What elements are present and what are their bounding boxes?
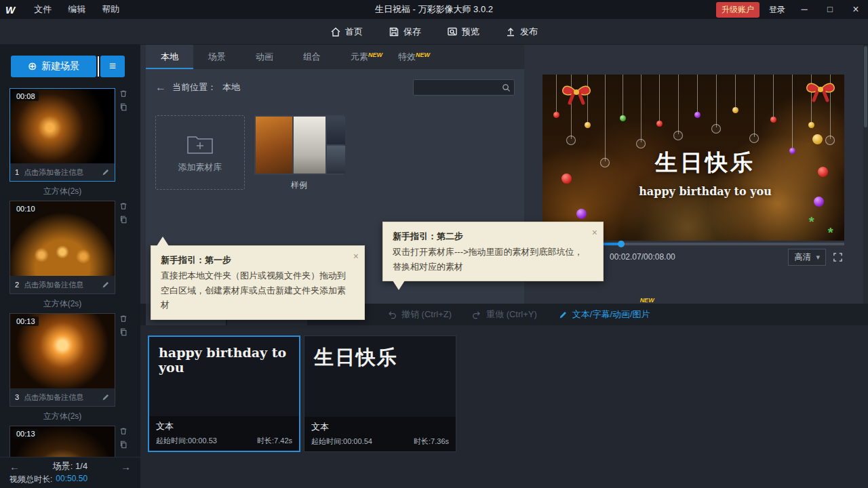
sample-folder[interactable]: 样例: [254, 115, 344, 191]
seek-handle[interactable]: [618, 241, 625, 247]
tab-scene[interactable]: 场景: [193, 45, 241, 69]
maximize-button[interactable]: □: [821, 0, 840, 19]
preview-caption: 生日快乐 happy birthday to you: [631, 148, 780, 198]
redo-icon: [472, 310, 481, 319]
edit-note-icon[interactable]: [102, 393, 110, 401]
bow-icon: [560, 81, 593, 106]
scene-item[interactable]: 00:10 2 点击添加备注信息: [9, 201, 115, 294]
back-icon[interactable]: ←: [155, 81, 166, 94]
delete-scene-icon[interactable]: [119, 89, 127, 98]
login-button[interactable]: 登录: [766, 4, 788, 16]
save-icon: [389, 26, 399, 37]
save-button[interactable]: 保存: [389, 26, 421, 38]
home-label: 首页: [345, 26, 363, 38]
scene-thumbnail[interactable]: 00:10: [10, 201, 115, 276]
preview-screen[interactable]: 生日快乐 happy birthday to you: [542, 75, 844, 241]
total-duration-value: 00:50.50: [56, 474, 87, 485]
menu-help[interactable]: 帮助: [94, 0, 127, 19]
scene-note-text: 点击添加备注信息: [24, 392, 83, 403]
copy-scene-icon[interactable]: [119, 328, 127, 336]
tab-local[interactable]: 本地: [146, 45, 193, 69]
home-button[interactable]: 首页: [330, 26, 363, 38]
asset-info: 文本 起始时间:00:00.53 时长:7.42s: [149, 416, 299, 451]
search-input[interactable]: [414, 83, 502, 92]
minimize-button[interactable]: ─: [795, 0, 814, 19]
scene-list-toggle-button[interactable]: ≡: [100, 56, 125, 77]
new-scene-button[interactable]: ⊕ 新建场景: [11, 56, 96, 77]
library-tabs: 本地 场景 动画 组合 元素NEW 特效NEW: [146, 45, 524, 69]
publish-label: 发布: [520, 26, 538, 38]
breadcrumb: ← 当前位置： 本地: [146, 77, 524, 98]
close-icon[interactable]: ×: [353, 249, 359, 264]
new-badge: NEW: [640, 297, 654, 304]
preview-button[interactable]: 预览: [447, 26, 479, 38]
menu-edit[interactable]: 编辑: [60, 0, 94, 19]
search-box[interactable]: [413, 79, 515, 96]
tab-label: 元素: [351, 52, 368, 62]
edit-note-icon[interactable]: [102, 281, 110, 289]
guide-step2-tooltip: × 新手指引：第二步 双击打开素材库--->拖动里面的素材到底部坑位，替换相对应…: [382, 222, 604, 281]
asset-card-text-cn[interactable]: 生日快乐 文本 起始时间:00:00.54 时长:7.36s: [304, 336, 456, 452]
scene-thumbnail[interactable]: 00:13: [10, 314, 115, 388]
search-icon[interactable]: [502, 83, 514, 92]
copy-scene-icon[interactable]: [119, 216, 127, 224]
delete-scene-icon[interactable]: [119, 427, 127, 435]
asset-preview-text: happy birthday to you: [149, 337, 299, 423]
transition-label[interactable]: 立方体(2s): [9, 294, 115, 313]
transition-label[interactable]: 立方体(2s): [9, 407, 115, 426]
scrollbar[interactable]: [863, 45, 868, 304]
scene-duration-badge: 00:08: [13, 92, 39, 101]
scene-note-row[interactable]: 1 点击添加备注信息: [10, 163, 115, 181]
tab-effects[interactable]: 特效NEW: [383, 45, 431, 69]
copy-scene-icon[interactable]: [119, 441, 127, 449]
undo-label: 撤销 (Ctrl+Z): [401, 308, 452, 321]
button-divider: [98, 56, 99, 77]
guide-title: 新手指引：第一步: [161, 253, 347, 267]
quality-selector[interactable]: 高清 ▾: [788, 249, 826, 266]
prev-scene-button[interactable]: ←: [9, 461, 20, 472]
asset-type: 文本: [156, 420, 292, 432]
app-logo: W: [5, 4, 15, 16]
scene-item[interactable]: 00:13 3 点击添加备注信息: [9, 313, 115, 407]
scene-counter: 场景: 1/4: [53, 460, 87, 472]
redo-button[interactable]: 重做 (Ctrl+Y): [472, 304, 537, 325]
tab-element[interactable]: 元素NEW: [336, 45, 383, 69]
edit-note-icon[interactable]: [102, 168, 110, 176]
bow-icon: [804, 79, 837, 103]
tab-combo[interactable]: 组合: [288, 45, 336, 69]
upgrade-account-button[interactable]: 升级账户: [716, 2, 760, 18]
undo-button[interactable]: 撤销 (Ctrl+Z): [387, 304, 452, 325]
breadcrumb-label: 当前位置：: [172, 81, 216, 94]
delete-scene-icon[interactable]: [119, 314, 127, 323]
next-scene-button[interactable]: →: [121, 461, 131, 472]
asset-duration: 时长:7.42s: [257, 436, 292, 446]
copy-scene-icon[interactable]: [119, 103, 127, 111]
scene-note-row[interactable]: 2 点击添加备注信息: [10, 276, 115, 293]
fullscreen-button[interactable]: [833, 252, 843, 262]
delete-scene-icon[interactable]: [119, 202, 127, 210]
sample-photo: [256, 117, 292, 174]
scene-thumbnail[interactable]: 00:13: [10, 426, 115, 457]
text-subtitle-edit-link[interactable]: 文本/字幕/动画/图片 NEW: [559, 304, 650, 325]
tab-label: 特效: [398, 52, 416, 62]
scene-list: 00:08 1 点击添加备注信息 立方体(2s) 00:10: [0, 84, 140, 457]
preview-icon: [447, 26, 458, 37]
menu-file[interactable]: 文件: [26, 0, 60, 19]
list-icon: ≡: [109, 60, 116, 73]
close-icon[interactable]: ×: [592, 225, 597, 241]
tab-label: 本地: [161, 52, 178, 62]
scene-item[interactable]: 00:13: [9, 426, 115, 457]
asset-type: 文本: [311, 421, 449, 433]
publish-button[interactable]: 发布: [505, 26, 538, 38]
asset-info: 文本 起始时间:00:00.54 时长:7.36s: [304, 417, 456, 451]
undo-icon: [387, 310, 397, 319]
scene-thumbnail[interactable]: 00:08: [10, 89, 115, 163]
scene-item[interactable]: 00:08 1 点击添加备注信息: [9, 88, 115, 182]
close-button[interactable]: ×: [846, 0, 865, 19]
scene-note-row[interactable]: 3 点击添加备注信息: [10, 388, 115, 406]
plus-circle-icon: ⊕: [28, 61, 37, 72]
asset-card-text-en[interactable]: happy birthday to you 文本 起始时间:00:00.53 时…: [148, 336, 300, 452]
add-library-button[interactable]: 添加素材库: [155, 115, 245, 190]
tab-animation[interactable]: 动画: [241, 45, 288, 69]
transition-label[interactable]: 立方体(2s): [9, 182, 115, 201]
